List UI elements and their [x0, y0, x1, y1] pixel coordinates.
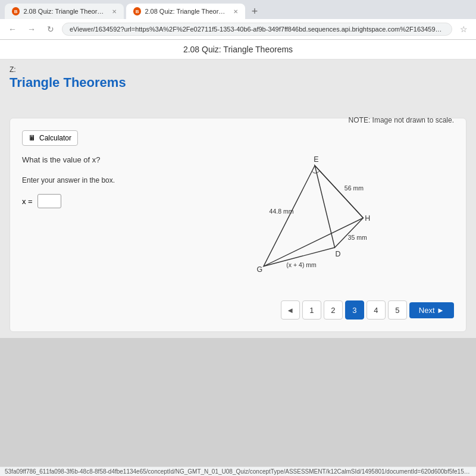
- tab-bar: B 2.08 Quiz: Triangle Theorems ✕ B 2.08 …: [0, 0, 476, 19]
- page-4-button[interactable]: 4: [367, 300, 386, 320]
- page-header: 2.08 Quiz: Triangle Theorems: [0, 40, 476, 60]
- answer-prefix: x =: [22, 197, 33, 206]
- page-3-button[interactable]: 3: [345, 300, 364, 320]
- tab-label: 2.08 Quiz: Triangle Theorems: [23, 8, 106, 15]
- tab-inactive[interactable]: B 2.08 Quiz: Triangle Theorems ✕: [5, 4, 124, 19]
- vertex-G: G: [257, 265, 263, 274]
- status-bar: 53fa09ff786_611fa098-3f6b-48c8-8f58-d4fb…: [0, 466, 476, 476]
- tab-close-icon[interactable]: ✕: [112, 8, 117, 15]
- calculator-button[interactable]: 🖩 Calculator: [22, 130, 78, 146]
- bookmark-icon[interactable]: ☆: [456, 21, 471, 37]
- tab-favicon-active: B: [133, 7, 141, 15]
- svg-marker-0: [264, 165, 363, 266]
- vertex-E: E: [314, 155, 318, 164]
- tab-close-active-icon[interactable]: ✕: [233, 8, 238, 15]
- label-EG: 44.8 mm: [270, 208, 294, 215]
- back-button[interactable]: ←: [5, 21, 20, 37]
- diagram-area: E H D G 56 mm 44.8 mm 35 mm (x + 4) mm: [153, 155, 454, 289]
- address-bar: ← → ↻ eViewer/1634592?url=https%3A%2F%2F…: [0, 19, 476, 40]
- reload-button[interactable]: ↻: [43, 21, 58, 37]
- page-body: 🔊 Re Z: Triangle Theorems 🖩 Calculator N…: [0, 60, 476, 338]
- diagram-svg: E H D G 56 mm 44.8 mm 35 mm (x + 4) mm: [153, 155, 454, 286]
- url-input[interactable]: eViewer/1634592?url=https%3A%2F%2Fe02711…: [62, 23, 452, 36]
- pagination-row: ◄ 1 2 3 4 5 Next ►: [22, 300, 454, 320]
- quiz-card: 🖩 Calculator NOTE: Image not drawn to sc…: [10, 118, 466, 332]
- label-DH: 35 mm: [348, 234, 367, 241]
- tab-active[interactable]: B 2.08 Quiz: Triangle Theorems ✕: [126, 4, 245, 19]
- vertex-H: H: [365, 214, 370, 223]
- quiz-label: Z:: [10, 65, 466, 74]
- page-1-button[interactable]: 1: [302, 300, 321, 320]
- label-EH: 56 mm: [345, 184, 364, 192]
- question-left: What is the value of x? Enter your answe…: [22, 155, 141, 289]
- quiz-title: Triangle Theorems: [10, 75, 466, 90]
- browser-chrome: B 2.08 Quiz: Triangle Theorems ✕ B 2.08 …: [0, 0, 476, 60]
- new-tab-button[interactable]: +: [248, 4, 262, 18]
- page-header-title: 2.08 Quiz: Triangle Theorems: [183, 45, 293, 54]
- answer-instruction: Enter your answer in the box.: [22, 176, 141, 184]
- page-5-button[interactable]: 5: [388, 300, 407, 320]
- answer-input[interactable]: [37, 194, 61, 208]
- question-section: What is the value of x? Enter your answe…: [22, 155, 454, 289]
- prev-page-button[interactable]: ◄: [281, 300, 300, 320]
- calculator-icon: 🖩: [29, 134, 36, 142]
- note-text: NOTE: Image not drawn to scale.: [349, 116, 454, 124]
- next-button[interactable]: Next ►: [409, 302, 454, 318]
- answer-row: x =: [22, 194, 141, 208]
- question-text: What is the value of x?: [22, 155, 141, 164]
- page-2-button[interactable]: 2: [324, 300, 343, 320]
- tab-favicon: B: [12, 7, 20, 15]
- vertex-D: D: [336, 250, 341, 258]
- forward-button[interactable]: →: [24, 21, 39, 37]
- tab-active-label: 2.08 Quiz: Triangle Theorems: [145, 8, 227, 15]
- angle-mark-E: [312, 171, 319, 173]
- label-GD: (x + 4) mm: [286, 261, 317, 268]
